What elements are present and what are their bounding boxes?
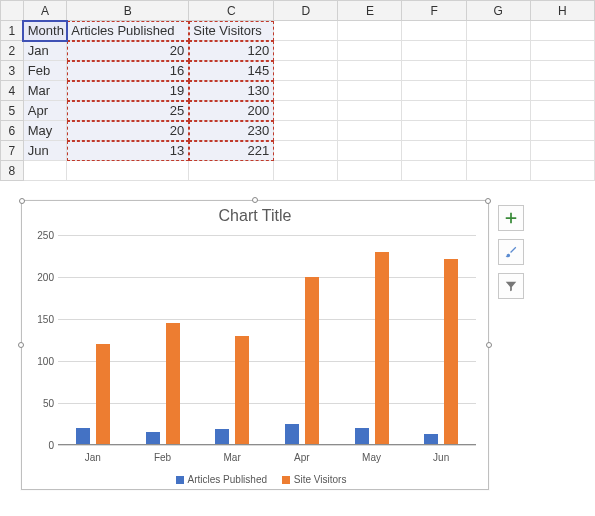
cell[interactable] xyxy=(466,101,530,121)
cell[interactable] xyxy=(338,161,402,181)
plot-area[interactable]: 050100150200250 xyxy=(58,235,476,445)
col-header[interactable]: G xyxy=(466,1,530,21)
cell[interactable] xyxy=(530,141,594,161)
cell[interactable] xyxy=(402,61,466,81)
row-header[interactable]: 2 xyxy=(1,41,24,61)
cell[interactable] xyxy=(530,81,594,101)
cell[interactable] xyxy=(402,161,466,181)
cell[interactable]: Jan xyxy=(23,41,66,61)
cell[interactable]: Jun xyxy=(23,141,66,161)
resize-handle[interactable] xyxy=(19,198,25,204)
cell[interactable] xyxy=(402,41,466,61)
row-header[interactable]: 7 xyxy=(1,141,24,161)
row-header[interactable]: 8 xyxy=(1,161,24,181)
col-header[interactable]: F xyxy=(402,1,466,21)
bar[interactable] xyxy=(375,252,389,445)
bar[interactable] xyxy=(215,429,229,445)
cell[interactable] xyxy=(402,141,466,161)
cell[interactable]: 145 xyxy=(189,61,274,81)
cell[interactable] xyxy=(189,161,274,181)
cell[interactable]: 16 xyxy=(67,61,189,81)
cell[interactable] xyxy=(466,141,530,161)
col-header[interactable]: C xyxy=(189,1,274,21)
resize-handle[interactable] xyxy=(18,342,24,348)
cell[interactable] xyxy=(274,141,338,161)
cell[interactable] xyxy=(274,101,338,121)
cell[interactable] xyxy=(530,121,594,141)
col-header[interactable]: D xyxy=(274,1,338,21)
cell[interactable] xyxy=(338,81,402,101)
cell[interactable] xyxy=(274,21,338,41)
bar[interactable] xyxy=(305,277,319,445)
cell[interactable] xyxy=(274,161,338,181)
cell[interactable]: 19 xyxy=(67,81,189,101)
bar[interactable] xyxy=(285,424,299,445)
cell[interactable]: 200 xyxy=(189,101,274,121)
row-header[interactable]: 3 xyxy=(1,61,24,81)
cell[interactable] xyxy=(402,101,466,121)
col-header[interactable]: A xyxy=(23,1,66,21)
cell[interactable] xyxy=(23,161,66,181)
cell[interactable]: 120 xyxy=(189,41,274,61)
cell[interactable]: May xyxy=(23,121,66,141)
cell[interactable] xyxy=(338,41,402,61)
bar[interactable] xyxy=(146,432,160,445)
cell[interactable]: 20 xyxy=(67,121,189,141)
bar[interactable] xyxy=(355,428,369,445)
cell[interactable] xyxy=(338,101,402,121)
cell[interactable]: Articles Published xyxy=(67,21,189,41)
col-header[interactable]: B xyxy=(67,1,189,21)
chart-styles-button[interactable] xyxy=(498,239,524,265)
cell[interactable] xyxy=(466,21,530,41)
cell[interactable]: Month xyxy=(23,21,66,41)
resize-handle[interactable] xyxy=(486,342,492,348)
cell[interactable]: 25 xyxy=(67,101,189,121)
col-header[interactable]: H xyxy=(530,1,594,21)
bar[interactable] xyxy=(76,428,90,445)
cell[interactable] xyxy=(338,141,402,161)
cell[interactable]: 221 xyxy=(189,141,274,161)
cell[interactable] xyxy=(67,161,189,181)
row-header[interactable]: 6 xyxy=(1,121,24,141)
cell[interactable] xyxy=(530,41,594,61)
bar[interactable] xyxy=(166,323,180,445)
cell[interactable]: 13 xyxy=(67,141,189,161)
chart-elements-button[interactable] xyxy=(498,205,524,231)
resize-handle[interactable] xyxy=(485,198,491,204)
bar[interactable] xyxy=(96,344,110,445)
cell[interactable] xyxy=(466,41,530,61)
cell[interactable] xyxy=(402,121,466,141)
row-header[interactable]: 1 xyxy=(1,21,24,41)
cell[interactable]: Mar xyxy=(23,81,66,101)
chart-title[interactable]: Chart Title xyxy=(22,201,488,227)
cell[interactable] xyxy=(274,41,338,61)
col-header[interactable]: E xyxy=(338,1,402,21)
row-header[interactable]: 4 xyxy=(1,81,24,101)
corner-cell[interactable] xyxy=(1,1,24,21)
cell[interactable]: 130 xyxy=(189,81,274,101)
cell[interactable]: 230 xyxy=(189,121,274,141)
cell[interactable] xyxy=(338,61,402,81)
cell[interactable]: Site Visitors xyxy=(189,21,274,41)
cell[interactable] xyxy=(402,81,466,101)
cell[interactable]: Apr xyxy=(23,101,66,121)
cell[interactable] xyxy=(338,21,402,41)
cell[interactable] xyxy=(338,121,402,141)
legend[interactable]: Articles Published Site Visitors xyxy=(22,474,488,485)
cell[interactable]: Feb xyxy=(23,61,66,81)
cell[interactable] xyxy=(530,101,594,121)
row-header[interactable]: 5 xyxy=(1,101,24,121)
cell[interactable] xyxy=(466,121,530,141)
cell[interactable] xyxy=(466,161,530,181)
cell[interactable] xyxy=(402,21,466,41)
cell[interactable] xyxy=(274,81,338,101)
cell[interactable] xyxy=(530,161,594,181)
cell[interactable] xyxy=(466,61,530,81)
cell[interactable] xyxy=(530,61,594,81)
grid-table[interactable]: A B C D E F G H 1 Month Articles Publish… xyxy=(0,0,595,181)
cell[interactable] xyxy=(466,81,530,101)
chart-filters-button[interactable] xyxy=(498,273,524,299)
chart-object[interactable]: Chart Title 050100150200250 JanFebMarApr… xyxy=(21,200,489,490)
cell[interactable] xyxy=(530,21,594,41)
cell[interactable] xyxy=(274,121,338,141)
